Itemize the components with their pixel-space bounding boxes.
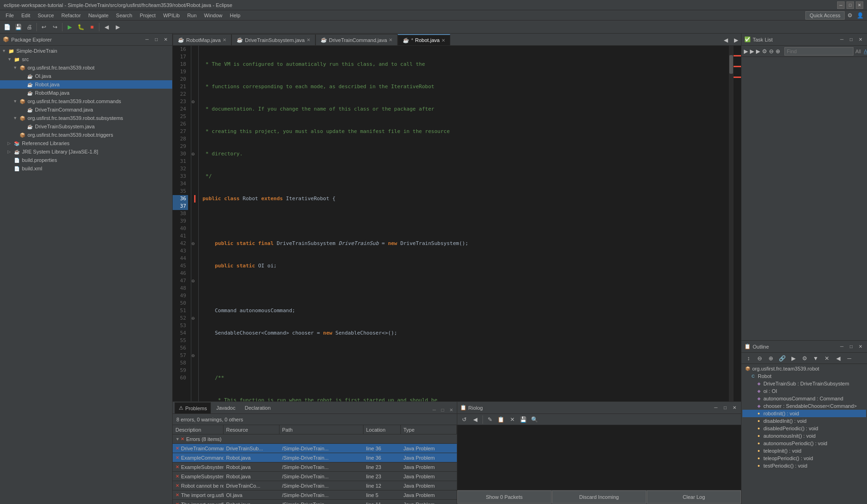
- close-button[interactable]: ✕: [856, 1, 863, 9]
- riolog-maximize[interactable]: □: [721, 404, 729, 412]
- outline-btn-1[interactable]: ↕: [743, 353, 754, 364]
- menu-project[interactable]: Project: [136, 12, 159, 19]
- tree-pkg-commands[interactable]: ▼ 📦 org.usfirst.frc.team3539.robot.comma…: [0, 97, 172, 105]
- tasklist-btn-6[interactable]: ⊕: [775, 46, 781, 56]
- outline-item-testperiodic[interactable]: ● testPeriodic() : void: [742, 462, 866, 469]
- tree-simple-drivetrain[interactable]: ▼ 📁 Simple-DriveTrain: [0, 47, 172, 55]
- tree-build-xml[interactable]: 📄 build.xml: [0, 164, 172, 173]
- tasklist-btn-4[interactable]: ⚙: [762, 46, 768, 56]
- tasklist-btn-1[interactable]: ▶: [743, 46, 748, 56]
- menu-edit[interactable]: Edit: [18, 12, 34, 19]
- tab-declaration[interactable]: Declaration: [240, 402, 275, 413]
- tree-pkg-subsystems[interactable]: ▼ 📦 org.usfirst.frc.team3539.robot.subsy…: [0, 114, 172, 122]
- problems-close[interactable]: ✕: [447, 406, 455, 413]
- outline-btn-9[interactable]: ◀: [833, 353, 843, 364]
- riolog-filter[interactable]: 🔍: [530, 414, 540, 425]
- scroll-thumb[interactable]: [729, 55, 733, 74]
- problems-minimize[interactable]: ─: [431, 406, 438, 413]
- tab-close-dts[interactable]: ✕: [307, 37, 310, 42]
- outline-item-robot[interactable]: C Robot: [742, 372, 866, 380]
- tree-referenced-libs[interactable]: ▷ 📚 Referenced Libraries: [0, 139, 172, 147]
- outline-item-autocmd[interactable]: ◆ autonomousCommand : Command: [742, 395, 866, 402]
- menu-wpilib[interactable]: WPILib: [160, 12, 183, 19]
- tab-problems[interactable]: ⚠ Problems: [175, 402, 211, 413]
- save-button[interactable]: 💾: [13, 22, 23, 32]
- outline-btn-4[interactable]: 🔗: [777, 353, 787, 364]
- tree-robotmap-java[interactable]: ☕ RobotMap.java: [0, 89, 172, 97]
- problem-row-0[interactable]: ✕DriveTrainCommand cannot be resolved to…: [173, 444, 457, 453]
- menu-search[interactable]: Search: [112, 12, 136, 19]
- riolog-close[interactable]: ✕: [731, 404, 738, 412]
- stop-button[interactable]: ■: [87, 22, 97, 32]
- problem-row-3[interactable]: ✕ExampleSubsystem cannot be resolved to …: [173, 472, 457, 481]
- menu-run[interactable]: Run: [183, 12, 200, 19]
- task-search-input[interactable]: [784, 47, 853, 56]
- menu-refactor[interactable]: Refactor: [58, 12, 85, 19]
- problem-row-6[interactable]: ✕The import org.usfirst.frc.team3539.rob…: [173, 500, 457, 504]
- tab-close-dtc[interactable]: ✕: [389, 37, 392, 42]
- tasklist-btn-2[interactable]: ▶: [749, 46, 755, 56]
- riolog-copy[interactable]: 📋: [496, 414, 506, 425]
- tree-drivetrain-cmd[interactable]: ☕ DriveTrainCommand.java: [0, 105, 172, 114]
- code-content[interactable]: * The VM is configured to automatically …: [199, 46, 729, 401]
- riolog-delete[interactable]: ✕: [507, 414, 517, 425]
- tab-robotmap[interactable]: ☕ RobotMap.java ✕: [173, 34, 231, 45]
- back-button[interactable]: ◀: [101, 22, 112, 32]
- pkg-minimize-btn[interactable]: ─: [143, 36, 151, 43]
- menu-file[interactable]: File: [2, 12, 18, 19]
- fold-btn-52[interactable]: ⊖: [191, 315, 198, 322]
- outline-btn-5[interactable]: ▶: [788, 353, 798, 364]
- debug-button[interactable]: 🐛: [76, 22, 86, 32]
- tree-build-properties[interactable]: 📄 build.properties: [0, 156, 172, 164]
- fold-btn-57[interactable]: ⊖: [191, 352, 198, 359]
- outline-close[interactable]: ✕: [857, 343, 864, 350]
- problems-maximize[interactable]: □: [439, 406, 447, 413]
- menu-navigate[interactable]: Navigate: [84, 12, 112, 19]
- run-button[interactable]: ▶: [64, 22, 75, 32]
- maximize-button[interactable]: □: [846, 1, 854, 9]
- outline-btn-10[interactable]: ─: [844, 353, 854, 364]
- redo-button[interactable]: ↪: [50, 22, 60, 32]
- discard-incoming-button[interactable]: Discard Incoming: [552, 490, 646, 504]
- outline-item-oi[interactable]: ◆ oi : OI: [742, 387, 866, 395]
- outline-btn-3[interactable]: ⊕: [766, 353, 776, 364]
- tree-robot-java[interactable]: ☕ Robot.java: [0, 80, 172, 89]
- new-button[interactable]: 📄: [2, 22, 12, 32]
- menu-source[interactable]: Source: [34, 12, 58, 19]
- outline-item-disabledinit[interactable]: ● disabledInit() : void: [742, 417, 866, 425]
- error-category[interactable]: ▼ ✕ Errors (8 items): [173, 434, 457, 444]
- outline-minimize[interactable]: ─: [838, 343, 846, 350]
- tab-scroll-left[interactable]: ◀: [720, 35, 731, 45]
- outline-item-autoperiodic[interactable]: ● autonomousPeriodic() : void: [742, 440, 866, 447]
- tasklist-maximize[interactable]: □: [847, 36, 855, 43]
- tab-close-robotmap[interactable]: ✕: [223, 37, 226, 42]
- quick-access-button[interactable]: Quick Access: [805, 11, 845, 20]
- tree-pkg-triggers[interactable]: 📦 org.usfirst.frc.team3539.robot.trigger…: [0, 131, 172, 139]
- outline-item-chooser[interactable]: ◆ chooser : SendableChooser<Command>: [742, 402, 866, 410]
- tree-oi-java[interactable]: ☕ OI.java: [0, 72, 172, 80]
- fold-btn-42[interactable]: ⊖: [191, 240, 198, 247]
- tree-jre[interactable]: ▷ ☕ JRE System Library [JavaSE-1.8]: [0, 147, 172, 156]
- tasklist-minimize[interactable]: ─: [838, 36, 846, 43]
- riolog-refresh[interactable]: ↺: [459, 414, 469, 425]
- tab-drivetrain-command[interactable]: ☕ DriveTrainCommand.java ✕: [315, 34, 398, 45]
- tree-pkg-robot[interactable]: ▼ 📦 org.usfirst.frc.team3539.robot: [0, 63, 172, 72]
- tab-drivetrain-subsystem[interactable]: ☕ DriveTrainSubsystem.java ✕: [231, 34, 315, 45]
- clear-log-button[interactable]: Clear Log: [647, 490, 741, 504]
- tab-robot-java[interactable]: ☕ * Robot.java ✕: [398, 34, 450, 45]
- problem-row-4[interactable]: ✕Robot cannot be resolved to a variable …: [173, 481, 457, 490]
- print-button[interactable]: 🖨: [24, 22, 35, 32]
- menu-help[interactable]: Help: [226, 12, 244, 19]
- tasklist-btn-5[interactable]: ⊖: [769, 46, 774, 56]
- tab-close-robot[interactable]: ✕: [441, 38, 445, 43]
- tasklist-close[interactable]: ✕: [857, 36, 864, 43]
- tree-drivetrain-sub[interactable]: ☕ DriveTrainSubsystem.java: [0, 122, 172, 131]
- riolog-back[interactable]: ◀: [470, 414, 481, 425]
- outline-maximize[interactable]: □: [847, 343, 855, 350]
- show-packets-button[interactable]: Show 0 Packets: [457, 490, 552, 504]
- tab-javadoc[interactable]: Javadoc: [212, 402, 239, 413]
- outline-btn-7[interactable]: ▼: [811, 353, 821, 364]
- outline-item-dts[interactable]: ◆ DriveTrainSub : DriveTrainSubsystem: [742, 380, 866, 387]
- toolbar-icon-1[interactable]: ⚙: [845, 10, 855, 21]
- outline-item-disabledperiodic[interactable]: ● disabledPeriodic() : void: [742, 425, 866, 432]
